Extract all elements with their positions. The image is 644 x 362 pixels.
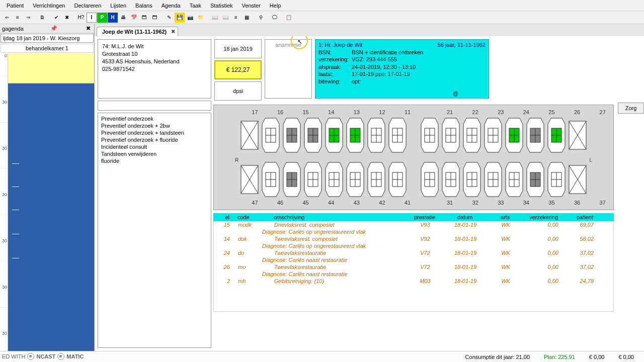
table-row[interactable]: 24doTweevlaksrestauratieV7218-01-19WK0,0… <box>214 249 613 256</box>
toolbar-btn-30[interactable]: 🖵 <box>270 13 280 23</box>
toolbar-btn-18[interactable]: ✎ <box>164 13 174 23</box>
table-row[interactable]: 15modkDrievlaksrest. composietV9318-01-1… <box>214 221 613 228</box>
table-row[interactable]: 26moTweevlaksrestauratieV7218-01-19WK0,0… <box>214 263 613 270</box>
tooth-31[interactable] <box>420 161 439 198</box>
tooth-17[interactable] <box>261 117 280 153</box>
anamnese-box[interactable]: anamnese <box>265 39 312 99</box>
close-icon[interactable]: ✖ <box>85 25 92 32</box>
menu-help[interactable]: Help <box>265 1 286 10</box>
footer: Consumptie dit jaar: 21,00 Plan: 225,91 … <box>0 351 644 362</box>
agenda-date-select[interactable]: ijdag 18 jan 2019 - W. Kieszorg <box>1 34 94 43</box>
pin-icon[interactable]: 📌 <box>49 25 59 32</box>
toolbar-btn-26[interactable]: ▦ <box>242 13 252 23</box>
toolbar-btn-15[interactable]: 🗔 <box>139 13 149 23</box>
tooth-missing[interactable] <box>240 161 259 198</box>
tooth-missing[interactable] <box>568 117 587 153</box>
address-box: 74: M.L.J. de Wit Grotestraat 10 4533 AS… <box>98 39 211 99</box>
toolbar-btn-0[interactable]: ⇐ <box>2 13 12 23</box>
menu-balans[interactable]: Balans <box>131 1 157 10</box>
toolbar-btn-19[interactable]: 💾 <box>175 13 185 23</box>
list-item[interactable]: fluoride <box>98 157 211 164</box>
tooth-25[interactable] <box>505 117 524 153</box>
tooth-11[interactable] <box>388 117 407 153</box>
tooth-missing[interactable] <box>568 161 587 198</box>
list-item[interactable]: Preventief onderzoek + 2bw <box>98 122 211 129</box>
toolbar-btn-32[interactable]: 📋 <box>284 13 294 23</box>
procedure-list[interactable]: Preventief onderzoekPreventief onderzoek… <box>98 113 211 348</box>
tooth-24[interactable] <box>484 117 503 153</box>
toolbar-btn-11[interactable]: P <box>97 13 107 23</box>
tooth-23[interactable] <box>462 117 481 153</box>
toolbar-btn-28[interactable]: ⚲ <box>256 13 266 23</box>
tooth-42[interactable] <box>367 161 386 198</box>
tooth-14[interactable] <box>325 117 344 153</box>
menu-patient[interactable]: Patient <box>2 1 28 10</box>
toolbar-btn-1[interactable]: ≡ <box>13 13 23 23</box>
table-row[interactable]: 14dokTweevlaksrest. composietV9218-01-19… <box>214 235 613 242</box>
toolbar-btn-7[interactable]: ✖ <box>62 13 72 23</box>
agenda-column[interactable]: — — — — — <box>8 53 94 351</box>
agenda-room[interactable]: behandelkamer 1 <box>1 44 94 53</box>
table-row[interactable]: 2mhGebitsreiniging: (10)M0318-01-19WK0,0… <box>214 278 613 285</box>
toolbar-btn-20[interactable]: 📷 <box>185 13 195 23</box>
tabs: Joep de Wit (11-11-1962) ✖ <box>95 24 644 36</box>
menu-declareren[interactable]: Declareren <box>69 1 106 10</box>
tooth-26[interactable] <box>526 117 545 153</box>
tab-close-icon[interactable]: ✖ <box>171 29 175 34</box>
tooth-46[interactable] <box>282 161 301 198</box>
tooth-34[interactable] <box>484 161 503 198</box>
tooth-chart[interactable]: 1716151413121121222324252627 RL 47464544… <box>213 105 614 210</box>
menu-venster[interactable]: Venster <box>237 1 265 10</box>
tooth-47[interactable] <box>261 161 280 198</box>
tooth-37[interactable] <box>547 161 566 198</box>
toolbar-btn-25[interactable]: ≡ <box>231 13 241 23</box>
tooth-33[interactable] <box>462 161 481 198</box>
tooth-43[interactable] <box>346 161 365 198</box>
toolbar-btn-16[interactable]: 🗔 <box>150 13 160 23</box>
toolbar-btn-14[interactable]: 📅 <box>129 13 139 23</box>
tooth-32[interactable] <box>441 161 460 198</box>
tooth-41[interactable] <box>388 161 407 198</box>
toolbar-btn-10[interactable]: I <box>87 13 97 23</box>
agenda-panel: gagenda 📌 ✖ ijdag 18 jan 2019 - W. Kiesz… <box>0 24 95 351</box>
search-input[interactable] <box>98 101 211 111</box>
tooth-15[interactable] <box>303 117 323 153</box>
toolbar-btn-12[interactable]: H <box>108 13 118 23</box>
toolbar-btn-23[interactable]: 📖 <box>210 13 220 23</box>
menubar: PatientVerrichtingenDeclarerenLijstenBal… <box>0 0 644 11</box>
tooth-16[interactable] <box>282 117 301 153</box>
date-box[interactable]: 18 jan 2019 <box>214 39 262 58</box>
list-item[interactable]: Preventief onderzoek <box>98 115 211 122</box>
toolbar-btn-4[interactable]: 🗎 <box>37 13 47 23</box>
toolbar-btn-21[interactable]: 📁 <box>196 13 206 23</box>
menu-taak[interactable]: Taak <box>185 1 206 10</box>
tooth-missing[interactable] <box>240 117 259 153</box>
toolbar-btn-9[interactable]: H? <box>76 13 86 23</box>
list-item[interactable]: Tandsteen verwijderen <box>98 150 211 157</box>
menu-agenda[interactable]: Agenda <box>157 1 185 10</box>
tab-patient[interactable]: Joep de Wit (11-11-1962) ✖ <box>97 27 178 36</box>
toolbar-btn-2[interactable]: ⇒ <box>23 13 33 23</box>
tooth-36[interactable] <box>526 161 545 198</box>
tooth-44[interactable] <box>325 161 344 198</box>
tooth-21[interactable] <box>420 117 439 153</box>
toolbar-btn-6[interactable]: ✔ <box>51 13 61 23</box>
menu-lijsten[interactable]: Lijsten <box>106 1 131 10</box>
zorg-tab[interactable]: Zorg <box>618 103 644 114</box>
menu-statistiek[interactable]: Statistiek <box>206 1 237 10</box>
list-item[interactable]: Preventief onderzoek + tandsteen <box>98 129 211 136</box>
tooth-12[interactable] <box>367 117 386 153</box>
tooth-22[interactable] <box>441 117 460 153</box>
tooth-35[interactable] <box>505 161 524 198</box>
list-item[interactable]: Incidenteel consult <box>98 143 211 150</box>
menu-verrichtingen[interactable]: Verrichtingen <box>28 1 69 10</box>
tooth-27[interactable] <box>547 117 566 153</box>
grid-header: el code omschrijving prestatie datum art… <box>213 213 614 221</box>
toolbar-btn-13[interactable]: 🖶 <box>118 13 128 23</box>
tooth-13[interactable] <box>346 117 365 153</box>
list-item[interactable]: Preventief onderzoek + fluoride <box>98 136 211 143</box>
tooth-45[interactable] <box>303 161 323 198</box>
dpsi-box[interactable]: dpsi <box>214 81 262 101</box>
toolbar-btn-24[interactable]: 📖 <box>220 13 230 23</box>
email-icon[interactable]: @ <box>453 90 458 98</box>
